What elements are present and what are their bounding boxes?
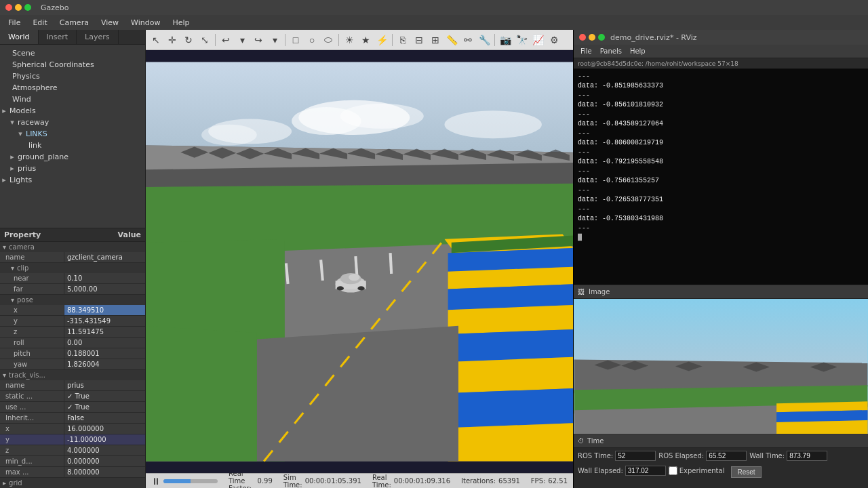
undo-arrow-btn[interactable]: ▾ xyxy=(235,33,250,47)
toolbar-sep-3 xyxy=(338,34,339,46)
toolbar-sep-2 xyxy=(285,34,285,46)
tree-item-atmosphere[interactable]: Atmosphere xyxy=(0,82,145,94)
insert-cylinder-btn[interactable]: ⬭ xyxy=(321,33,336,47)
property-table: ▾ camera name gzclient_camera ▾ clip nea… xyxy=(0,242,145,488)
tree-item-raceway[interactable]: ▾ raceway xyxy=(0,117,145,128)
close-dot[interactable] xyxy=(5,4,12,11)
align-btn[interactable]: ⊟ xyxy=(412,33,427,47)
insert-box-btn[interactable]: □ xyxy=(288,33,303,47)
main-toolbar: ↖ ✛ ↻ ⤡ ↩ ▾ ↪ ▾ □ ○ ⬭ ☀ ★ ⚡ ⎘ ⊟ ⊞ xyxy=(146,30,573,50)
scale-tool-btn[interactable]: ⤡ xyxy=(197,33,212,47)
wall-time-input[interactable] xyxy=(787,451,827,461)
menu-view[interactable]: View xyxy=(96,17,124,28)
redo-arrow-btn[interactable]: ▾ xyxy=(267,33,282,47)
prop-row-use: use ... ✓ True xyxy=(0,402,145,413)
t17: █ xyxy=(578,233,864,243)
t0: --- xyxy=(578,72,864,81)
spot-light-btn[interactable]: ⚡ xyxy=(374,33,389,47)
svg-marker-60 xyxy=(776,420,867,434)
snap-btn[interactable]: ⊞ xyxy=(428,33,443,47)
wall-elapsed-input[interactable] xyxy=(625,466,666,476)
tree-item-lights[interactable]: ▸ Lights xyxy=(0,174,145,186)
world-tree: Scene Spherical Coordinates Physics Atmo… xyxy=(0,45,145,228)
wall-time-field: Wall Time: xyxy=(749,451,827,461)
tree-item-links[interactable]: ▾ LINKS xyxy=(0,128,145,140)
rviz-menu-help[interactable]: Help xyxy=(626,47,650,56)
prop-section-track-vis[interactable]: ▾ track_vis... xyxy=(0,370,145,380)
tree-item-spherical-coordinates[interactable]: Spherical Coordinates xyxy=(0,59,145,70)
t3: data: -0.856101810932 xyxy=(578,100,864,110)
prop-row-roll: roll 0.00 xyxy=(0,338,145,348)
t5: data: -0.843589127064 xyxy=(578,119,864,129)
gazebo-viewport[interactable] xyxy=(146,50,573,473)
tab-layers[interactable]: Layers xyxy=(77,30,118,44)
select-tool-btn[interactable]: ↖ xyxy=(149,33,163,47)
menu-help[interactable]: Help xyxy=(167,17,195,28)
wall-elapsed-field: Wall Elapsed: xyxy=(578,466,666,476)
menu-edit[interactable]: Edit xyxy=(27,17,52,28)
play-pause-control[interactable]: ⏸ xyxy=(151,476,218,487)
rviz-terminal[interactable]: --- data: -0.851985633373 --- data: -0.8… xyxy=(574,69,868,285)
prop-section-grid[interactable]: ▸ grid xyxy=(0,478,145,488)
undo-btn[interactable]: ↩ xyxy=(218,33,233,47)
experimental-checkbox[interactable] xyxy=(669,466,677,475)
ruler-btn[interactable]: 📏 xyxy=(444,33,459,47)
tree-item-prius[interactable]: ▸ prius xyxy=(0,163,145,174)
prop-section-camera[interactable]: ▾ camera xyxy=(0,242,145,252)
plot-btn[interactable]: 📈 xyxy=(530,33,545,47)
extra-btn[interactable]: 🔧 xyxy=(477,33,492,47)
pause-icon[interactable]: ⏸ xyxy=(151,476,161,487)
rviz-close-dot[interactable] xyxy=(579,34,586,41)
toolbar-sep-4 xyxy=(392,34,393,46)
prop-row-name: name gzclient_camera xyxy=(0,252,145,263)
tree-item-wind[interactable]: Wind xyxy=(0,94,145,105)
rviz-maximize-dot[interactable] xyxy=(598,34,605,41)
prop-row-track-y: y -11.000000 xyxy=(0,434,145,445)
translate-tool-btn[interactable]: ✛ xyxy=(165,33,180,47)
rviz-menu-panels[interactable]: Panels xyxy=(596,47,626,56)
menu-camera[interactable]: Camera xyxy=(54,17,94,28)
prop-section-pose[interactable]: ▾ pose xyxy=(0,295,145,305)
menu-file[interactable]: File xyxy=(3,17,26,28)
prop-row-static: static ... ✓ True xyxy=(0,391,145,402)
gazebo-menubar: File Edit Camera View Window Help xyxy=(0,15,868,30)
prop-row-inherit: Inherit... False xyxy=(0,413,145,424)
t16: --- xyxy=(578,224,864,233)
minimize-dot[interactable] xyxy=(15,4,22,11)
tree-item-models[interactable]: ▸ Models xyxy=(0,105,145,117)
maximize-dot[interactable] xyxy=(24,4,31,11)
prop-row-x: x 88.349510 xyxy=(0,305,145,316)
tree-item-ground-plane[interactable]: ▸ ground_plane xyxy=(0,151,145,163)
joint-btn[interactable]: ⚯ xyxy=(460,33,475,47)
tree-item-scene[interactable]: Scene xyxy=(0,47,145,59)
svg-marker-32 xyxy=(448,388,573,428)
t7: data: -0.806008219719 xyxy=(578,138,864,148)
view-angle-btn[interactable]: 🔭 xyxy=(514,33,529,47)
svg-marker-33 xyxy=(448,423,573,461)
more-btn[interactable]: ⚙ xyxy=(547,33,561,47)
ros-elapsed-input[interactable] xyxy=(706,451,747,461)
rviz-image-content xyxy=(574,299,868,434)
tab-insert[interactable]: Insert xyxy=(39,30,77,44)
point-light-btn[interactable]: ☀ xyxy=(342,33,357,47)
prop-section-clip[interactable]: ▾ clip xyxy=(0,263,145,273)
t4: --- xyxy=(578,110,864,119)
t6: --- xyxy=(578,129,864,138)
tree-item-physics[interactable]: Physics xyxy=(0,70,145,82)
menu-window[interactable]: Window xyxy=(125,17,165,28)
rviz-path: root@9cb845d5dc0e: /home/rohit/workspace… xyxy=(574,58,868,69)
rviz-menu-file[interactable]: File xyxy=(576,47,596,56)
screenshot-btn[interactable]: 📷 xyxy=(498,33,513,47)
tab-world[interactable]: World xyxy=(0,30,39,44)
copy-btn[interactable]: ⎘ xyxy=(395,33,410,47)
properties-panel: Property Value ▾ camera name gzclient_ca… xyxy=(0,228,145,488)
rviz-minimize-dot[interactable] xyxy=(589,34,595,41)
insert-sphere-btn[interactable]: ○ xyxy=(304,33,319,47)
reset-button[interactable]: Reset xyxy=(731,466,761,478)
rotate-tool-btn[interactable]: ↻ xyxy=(181,33,196,47)
time-fields: ROS Time: ROS Elapsed: Wall Time: Wall E… xyxy=(574,448,868,481)
ros-time-input[interactable] xyxy=(615,451,656,461)
tree-item-link[interactable]: link xyxy=(0,140,145,151)
dir-light-btn[interactable]: ★ xyxy=(358,33,373,47)
redo-btn[interactable]: ↪ xyxy=(251,33,266,47)
